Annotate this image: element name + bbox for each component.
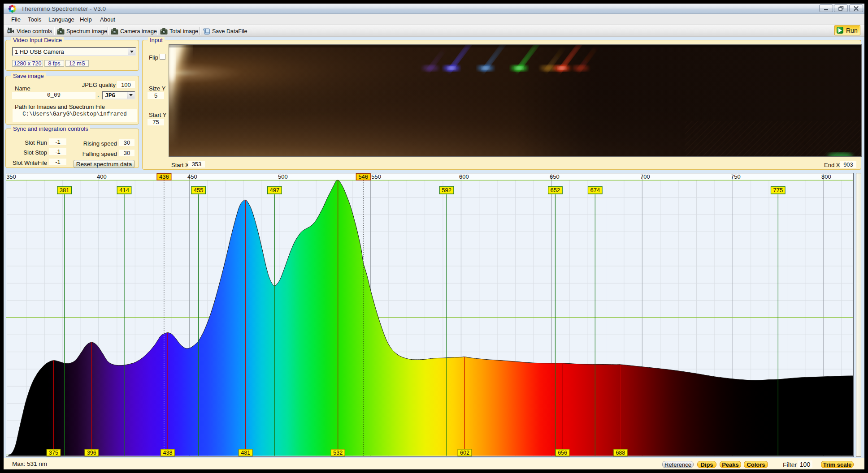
resolution-box: 1280 x 720 xyxy=(12,60,43,67)
minimize-icon xyxy=(824,6,829,10)
format-select[interactable]: JPG xyxy=(102,91,135,99)
menu-help[interactable]: Help xyxy=(80,16,92,23)
arrow-down-glyph xyxy=(129,94,133,96)
window-title: Theremino Spectrometer - V3.0 xyxy=(21,5,106,12)
menu-tools[interactable]: Tools xyxy=(28,16,41,23)
falling-speed-field[interactable]: 30 xyxy=(119,150,135,156)
svg-text:414: 414 xyxy=(119,187,129,194)
dips-button[interactable]: Dips xyxy=(697,461,716,468)
status-bar: Max: 531 nm Reference Dips Peaks Colors … xyxy=(4,458,864,469)
close-icon xyxy=(854,6,859,11)
name-label: Name xyxy=(15,85,30,92)
start-x-field[interactable]: 353 xyxy=(188,161,205,168)
svg-text:656: 656 xyxy=(558,450,567,456)
start-y-field[interactable]: 75 xyxy=(148,119,164,125)
path-field[interactable]: C:\Users\GaryG\Desktop\infrared xyxy=(13,109,137,122)
camera-icon xyxy=(57,28,65,35)
svg-text:497: 497 xyxy=(269,187,279,194)
scroll-document-icon xyxy=(203,28,210,35)
toolbar-spectrum-image[interactable]: Spectrum image xyxy=(57,27,107,35)
toolbar-separator xyxy=(108,27,108,35)
svg-text:532: 532 xyxy=(333,450,343,456)
exposure-box: 12 mS xyxy=(65,60,89,67)
toolbar-separator xyxy=(54,27,54,35)
video-input-device-group: Video Input Device 1 HD USB Camera 1280 … xyxy=(5,40,139,71)
minimize-button[interactable] xyxy=(819,4,833,12)
filter-label: Filter xyxy=(783,461,797,469)
run-button[interactable]: Run xyxy=(834,25,860,35)
camera-preview xyxy=(169,44,862,157)
run-button-label: Run xyxy=(846,27,858,34)
svg-text:650: 650 xyxy=(550,173,560,180)
toolbar-save-datafile[interactable]: Save DataFile xyxy=(203,27,247,35)
arrow-down-glyph xyxy=(130,51,134,53)
svg-text:436: 436 xyxy=(159,173,169,180)
reference-button[interactable]: Reference xyxy=(662,461,694,468)
svg-text:700: 700 xyxy=(640,173,650,180)
camera-icon xyxy=(111,28,118,35)
size-y-label: Size Y xyxy=(149,85,165,92)
toolbar-total-image[interactable]: Total image xyxy=(160,27,198,35)
rising-speed-field[interactable]: 30 xyxy=(119,139,135,146)
toolbar-separator xyxy=(157,27,157,35)
camera-icon xyxy=(160,28,168,35)
video-input-device-title: Video Input Device xyxy=(11,37,64,43)
video-device-select[interactable]: 1 HD USB Camera xyxy=(12,47,136,56)
toolbar-total-image-label: Total image xyxy=(169,28,198,34)
name-format-separator: . xyxy=(97,91,99,98)
colors-button[interactable]: Colors xyxy=(744,461,768,468)
start-x-label: Start X xyxy=(171,162,189,168)
size-y-field[interactable]: 5 xyxy=(148,92,164,99)
toolbar-video-controls[interactable]: Video controls xyxy=(7,27,52,35)
flip-checkbox[interactable] xyxy=(160,54,165,60)
menu-about[interactable]: About xyxy=(100,16,115,23)
menu-bar: File Tools Language Help About xyxy=(4,14,864,25)
name-field[interactable]: 0_09 xyxy=(12,92,95,99)
menu-language[interactable]: Language xyxy=(48,16,74,23)
falling-speed-label: Falling speed xyxy=(60,150,117,157)
svg-text:455: 455 xyxy=(194,187,204,194)
dropdown-arrow-icon[interactable] xyxy=(128,48,135,55)
dropdown-arrow-icon[interactable] xyxy=(127,92,135,99)
app-icon xyxy=(8,4,17,13)
save-image-title: Save image xyxy=(11,73,46,79)
axis-band xyxy=(6,173,853,180)
toolbar-camera-image-label: Camera image xyxy=(120,28,157,34)
svg-text:600: 600 xyxy=(459,173,469,180)
svg-text:546: 546 xyxy=(358,173,368,180)
toolbar-camera-image[interactable]: Camera image xyxy=(111,27,157,35)
max-wavelength-text: Max: 531 nm xyxy=(12,460,47,467)
close-button[interactable] xyxy=(849,4,863,12)
svg-text:350: 350 xyxy=(6,173,16,180)
jpeg-quality-label: JPEG quality xyxy=(82,82,116,88)
flip-label: Flip xyxy=(149,54,158,61)
svg-text:602: 602 xyxy=(460,450,469,456)
menu-file[interactable]: File xyxy=(11,16,21,23)
svg-text:592: 592 xyxy=(442,187,451,194)
svg-text:375: 375 xyxy=(49,450,58,456)
toolbar-spectrum-image-label: Spectrum image xyxy=(66,28,107,34)
sync-controls-title: Sync and integration controls xyxy=(11,125,90,132)
camera-image xyxy=(169,45,862,157)
filter-field[interactable]: 100 xyxy=(798,460,812,468)
jpeg-quality-field[interactable]: 100 xyxy=(117,81,135,88)
svg-text:381: 381 xyxy=(60,187,69,194)
application-window: Theremino Spectrometer - V3.0 File Tools… xyxy=(4,4,864,469)
svg-text:438: 438 xyxy=(163,450,173,456)
peaks-button[interactable]: Peaks xyxy=(720,461,741,468)
trim-scale-button[interactable]: Trim scale xyxy=(821,461,854,468)
svg-text:400: 400 xyxy=(97,173,107,180)
slot-writefile-field[interactable]: -1 xyxy=(49,159,66,165)
end-x-field[interactable]: 903 xyxy=(840,161,856,168)
video-device-value: 1 HD USB Camera xyxy=(15,48,64,55)
svg-text:550: 550 xyxy=(371,173,381,180)
restore-icon xyxy=(838,6,844,11)
svg-text:396: 396 xyxy=(87,450,96,456)
restore-button[interactable] xyxy=(834,4,848,12)
reset-spectrum-button[interactable]: Reset spectrum data xyxy=(74,160,135,168)
spectrum-chart-svg: 4365463814144554975926526747753753964384… xyxy=(6,173,853,456)
toolbar-separator xyxy=(200,27,200,35)
svg-text:800: 800 xyxy=(821,173,831,180)
spectrum-chart: 4365463814144554975926526747753753964384… xyxy=(6,173,854,457)
tool-bar: Video controls Spectrum image xyxy=(4,25,864,37)
